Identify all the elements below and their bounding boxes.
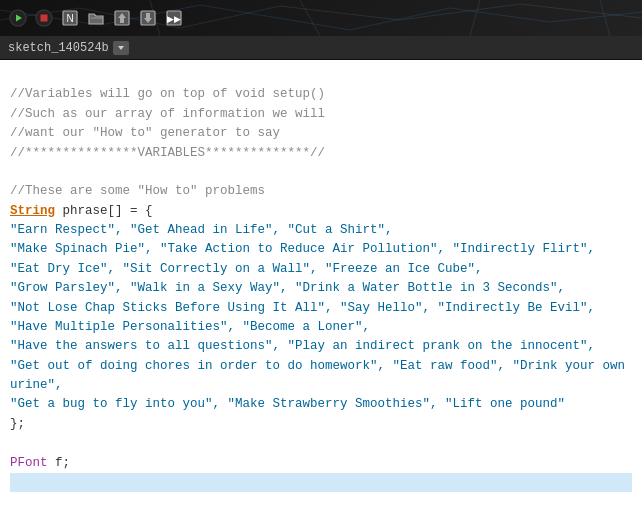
code-line: String phrase[] = { (10, 202, 632, 221)
code-line: "Make Spinach Pie", "Take Action to Redu… (10, 240, 632, 259)
code-line: "Get a bug to fly into you", "Make Straw… (10, 395, 632, 414)
svg-text:N: N (66, 13, 73, 24)
export-button[interactable] (136, 6, 160, 30)
svg-line-8 (180, 6, 280, 28)
svg-line-11 (520, 4, 642, 18)
svg-line-2 (200, 5, 350, 30)
stop-button[interactable] (32, 6, 56, 30)
svg-line-14 (470, 0, 480, 36)
open-button[interactable] (84, 6, 108, 30)
svg-line-15 (600, 0, 610, 36)
code-line: "Have the answers to all questions", "Pl… (10, 337, 632, 356)
code-line (10, 66, 632, 85)
new-button[interactable]: N (58, 6, 82, 30)
code-editor[interactable]: //Variables will go on top of void setup… (0, 60, 642, 506)
code-line: //Such as our array of information we wi… (10, 105, 632, 124)
code-line (10, 163, 632, 182)
code-line: "Get out of doing chores in order to do … (10, 357, 632, 396)
code-line: "Eat Dry Ice", "Sit Correctly on a Wall"… (10, 260, 632, 279)
sketch-name: sketch_140524b (8, 41, 109, 55)
svg-line-3 (350, 8, 450, 30)
svg-line-5 (550, 12, 642, 22)
sketch-bar: sketch_140524b (0, 36, 642, 60)
svg-line-4 (450, 8, 550, 22)
svg-line-9 (280, 6, 400, 20)
code-line: "Grow Parsley", "Walk in a Sexy Way", "D… (10, 279, 632, 298)
save-button[interactable] (110, 6, 134, 30)
toolbar: N ▶▶ (0, 0, 642, 36)
code-line: //These are some "How to" problems (10, 182, 632, 201)
svg-marker-28 (118, 46, 124, 50)
svg-text:▶▶: ▶▶ (167, 14, 181, 24)
code-line (10, 434, 632, 453)
code-line: "Earn Respect", "Get Ahead in Life", "Cu… (10, 221, 632, 240)
code-line: //***************VARIABLES**************… (10, 144, 632, 163)
svg-rect-19 (41, 15, 48, 22)
code-line: //Variables will go on top of void setup… (10, 85, 632, 104)
code-line (10, 492, 632, 506)
sketch-dropdown[interactable] (113, 41, 129, 55)
code-line: //want our "How to" generator to say (10, 124, 632, 143)
debug-button[interactable]: ▶▶ (162, 6, 186, 30)
svg-line-10 (400, 4, 520, 20)
code-line: }; (10, 415, 632, 434)
svg-line-13 (300, 0, 320, 36)
code-line: "Not Lose Chap Sticks Before Using It Al… (10, 299, 632, 318)
play-button[interactable] (6, 6, 30, 30)
code-line: "Have Multiple Personalities", "Become a… (10, 318, 632, 337)
code-line: PFont f; (10, 454, 632, 473)
cursor-line[interactable] (10, 473, 632, 492)
